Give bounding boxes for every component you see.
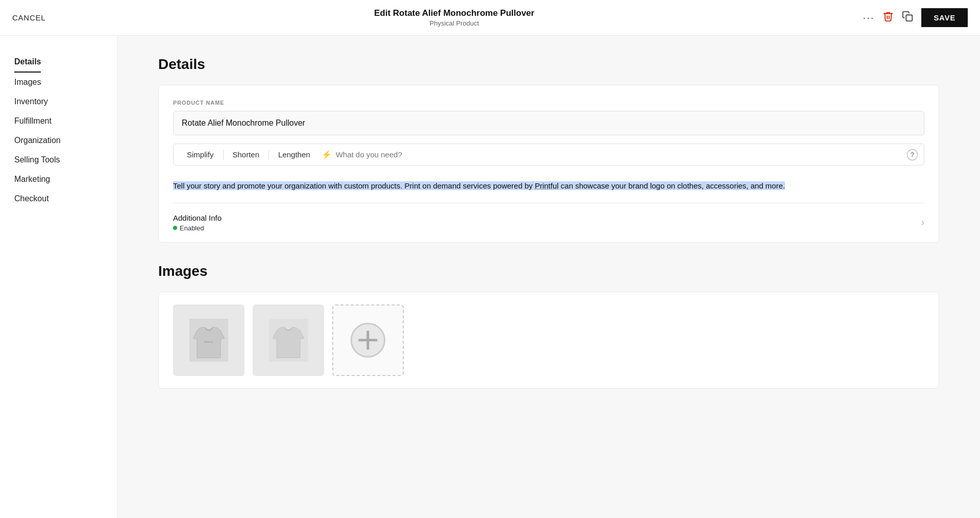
add-image-icon	[347, 319, 389, 361]
product-image-1[interactable]: PRINTFUL	[173, 304, 244, 376]
ai-toolbar-divider	[223, 150, 224, 160]
topbar-actions: ··· SAVE	[863, 8, 968, 27]
chevron-right-icon: ›	[921, 217, 924, 228]
product-image-2[interactable]	[253, 304, 324, 376]
shirt-illustration-1: PRINTFUL	[187, 319, 230, 362]
ai-input-wrap: ⚡ ?	[317, 149, 918, 160]
sidebar-item-details[interactable]: Details	[14, 52, 41, 73]
cancel-button[interactable]: CANCEL	[12, 9, 45, 26]
ai-toolbar: Simplify Shorten Lengthen ⚡ ?	[173, 144, 924, 166]
main-content: Details PRODUCT NAME Simplify Shorten Le…	[117, 36, 980, 518]
duplicate-button[interactable]	[902, 11, 913, 25]
save-button[interactable]: SAVE	[921, 8, 968, 27]
sidebar-item-images[interactable]: Images	[14, 73, 117, 92]
images-card: PRINTFUL	[158, 292, 939, 389]
details-card: PRODUCT NAME Simplify Shorten Lengthen ⚡…	[158, 85, 939, 243]
description-block: Tell your story and promote your organiz…	[173, 174, 924, 203]
sidebar-item-inventory[interactable]: Inventory	[14, 92, 117, 111]
product-name-input[interactable]	[173, 111, 924, 135]
sidebar-item-selling-tools[interactable]: Selling Tools	[14, 150, 117, 170]
images-section: Images PRINTFUL	[158, 263, 939, 389]
shorten-button[interactable]: Shorten	[226, 147, 267, 162]
topbar-title: Edit Rotate Alief Monochrome Pullover Ph…	[374, 8, 534, 27]
simplify-button[interactable]: Simplify	[180, 147, 221, 162]
main-layout: Details Images Inventory Fulfillment Org…	[0, 36, 980, 518]
details-section-title: Details	[158, 56, 939, 73]
images-row: PRINTFUL	[173, 304, 924, 388]
additional-info-left: Additional Info Enabled	[173, 214, 222, 232]
additional-info-label: Additional Info	[173, 214, 222, 222]
more-options-button[interactable]: ···	[863, 12, 875, 23]
product-name-label: PRODUCT NAME	[173, 100, 924, 106]
page-title: Edit Rotate Alief Monochrome Pullover	[374, 8, 534, 18]
add-image-button[interactable]	[332, 304, 404, 376]
bolt-icon: ⚡	[322, 150, 332, 159]
description-highlighted-text: Tell your story and promote your organiz…	[173, 181, 785, 190]
additional-info-status-text: Enabled	[180, 224, 204, 232]
delete-button[interactable]	[883, 11, 894, 25]
sidebar-item-checkout[interactable]: Checkout	[14, 189, 117, 208]
ai-toolbar-divider2	[268, 150, 269, 160]
additional-info-row[interactable]: Additional Info Enabled ›	[173, 203, 924, 242]
status-dot-icon	[173, 226, 177, 230]
svg-text:PRINTFUL: PRINTFUL	[204, 341, 214, 343]
sidebar-item-marketing[interactable]: Marketing	[14, 170, 117, 189]
help-icon[interactable]: ?	[907, 149, 918, 160]
shirt-illustration-2	[267, 319, 310, 362]
additional-info-status: Enabled	[173, 224, 222, 232]
product-type-label: Physical Product	[374, 19, 534, 27]
sidebar: Details Images Inventory Fulfillment Org…	[0, 36, 117, 518]
lengthen-button[interactable]: Lengthen	[271, 147, 317, 162]
images-section-title: Images	[158, 263, 939, 279]
sidebar-item-fulfillment[interactable]: Fulfillment	[14, 111, 117, 131]
svg-rect-0	[906, 15, 913, 21]
sidebar-item-organization[interactable]: Organization	[14, 131, 117, 150]
ai-search-input[interactable]	[336, 150, 903, 159]
topbar: CANCEL Edit Rotate Alief Monochrome Pull…	[0, 0, 980, 36]
